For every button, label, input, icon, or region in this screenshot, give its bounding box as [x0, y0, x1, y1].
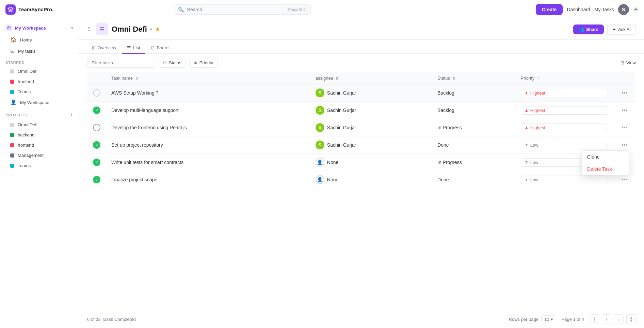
row-more-button[interactable]: ••• — [619, 175, 630, 184]
task-status-icon[interactable]: ✓ — [93, 176, 100, 183]
next-page-button[interactable]: › — [614, 314, 624, 324]
assignee-wrap: SSachin Gurjar — [316, 123, 426, 132]
first-page-button[interactable]: ⟪ — [590, 314, 599, 324]
th-priority[interactable]: Priority ⇅ — [515, 72, 613, 84]
sidebar-item-teams-starred[interactable]: Teams — [2, 87, 77, 97]
proj-teams-label: Teams — [18, 163, 31, 168]
page-star-icon[interactable]: ★ — [155, 26, 160, 33]
task-name-cell: Write unit tests for smart contracts — [106, 154, 310, 171]
task-actions-cell: ••• — [613, 102, 635, 119]
priority-label: Highest — [530, 91, 545, 96]
task-status-icon[interactable]: ✓ — [93, 141, 100, 149]
priority-badge[interactable]: ▼ Low — [521, 176, 608, 184]
workspace-header[interactable]: ⊞ My Workspace ▾ — [0, 22, 79, 34]
th-checkbox — [87, 72, 106, 84]
task-actions-cell: ••• — [613, 84, 635, 102]
sidebar-item-omni-defi-starred[interactable]: Omni Defi — [2, 66, 77, 76]
task-status-icon[interactable]: ✓ — [93, 159, 100, 166]
sidebar-item-frontend-proj[interactable]: frontend — [2, 140, 77, 150]
assignee-name: Sachin Gurjar — [327, 108, 356, 113]
sidebar-item-frontend-starred[interactable]: frontend — [2, 77, 77, 86]
task-status-icon[interactable]: ✓ — [93, 106, 100, 114]
priority-filter-button[interactable]: ⊕ Priority — [189, 58, 218, 68]
task-status-cell[interactable]: ✓ — [87, 171, 106, 188]
th-status[interactable]: Status ⇅ — [432, 72, 515, 84]
highest-priority-icon: ▲ — [525, 125, 529, 130]
task-assignee-cell: SSachin Gurjar — [310, 84, 432, 102]
teams-dot — [10, 90, 14, 94]
task-name-cell: Finalize project scope — [106, 171, 310, 188]
ask-ai-button[interactable]: ✦ Ask AI — [607, 24, 636, 35]
th-task-name[interactable]: Task name ⇅ — [106, 72, 310, 84]
tab-list[interactable]: ☰ List — [122, 43, 145, 54]
task-status-cell[interactable] — [87, 119, 106, 136]
task-status-text: In Progress — [437, 160, 462, 165]
priority-label: Highest — [530, 125, 545, 130]
add-project-button[interactable]: + — [70, 112, 73, 118]
sidebar-item-my-workspace-starred[interactable]: 👤 My Workspace — [2, 97, 77, 108]
dashboard-link[interactable]: Dashboard — [567, 7, 590, 12]
frontend-starred-label: frontend — [18, 79, 34, 84]
sort-priority-icon: ⇅ — [537, 77, 540, 80]
main-layout: ⊞ My Workspace ▾ 🏠 Home ☑ My tasks Starr… — [0, 19, 644, 328]
sort-status-icon: ⇅ — [453, 77, 455, 80]
task-status-cell[interactable]: ✓ — [87, 102, 106, 119]
content-area: ⠿ ☰ Omni Defi ▾ ★ 👥 Share ✦ Ask — [79, 19, 644, 328]
app-logo[interactable]: TeamSyncPro. — [5, 4, 60, 15]
view-label: View — [626, 60, 636, 65]
clone-menu-item[interactable]: Clone — [582, 151, 629, 163]
row-more-button[interactable]: ••• — [619, 141, 630, 149]
priority-label: Highest — [530, 108, 545, 113]
proj-omni-label: Omni Defi — [18, 122, 37, 127]
priority-badge[interactable]: ▲ Highest — [521, 106, 608, 115]
prev-page-button[interactable]: ‹ — [602, 314, 611, 324]
home-label: Home — [20, 37, 32, 43]
priority-badge[interactable]: ▼ Low — [521, 141, 608, 149]
row-more-button[interactable]: ••• — [619, 88, 630, 97]
task-status-cell[interactable]: ✓ — [87, 154, 106, 171]
status-filter-button[interactable]: ⊕ Status — [159, 58, 186, 68]
sidebar-item-my-tasks[interactable]: ☑ My tasks — [2, 46, 77, 56]
tab-board[interactable]: ⊟ Board — [146, 43, 173, 54]
task-status-text-cell: Done — [432, 136, 515, 154]
sidebar-item-teams-proj[interactable]: Teams — [2, 161, 77, 170]
th-assignee[interactable]: assignee ⇅ — [310, 72, 432, 84]
last-page-button[interactable]: ⟫ — [626, 314, 636, 324]
sidebar-item-backend[interactable]: backend — [2, 130, 77, 140]
task-status-cell[interactable]: ✓ — [87, 136, 106, 154]
sidebar-item-home[interactable]: 🏠 Home — [2, 34, 77, 45]
row-more-button[interactable]: ••• — [619, 123, 630, 132]
sidebar-item-omni-defi-proj[interactable]: Omni Defi — [2, 120, 77, 130]
task-status-text-cell: In Progress — [432, 119, 515, 136]
task-status-cell[interactable] — [87, 84, 106, 102]
table-row: AWS Setup Working ? SSachin Gurjar Backl… — [87, 84, 636, 102]
priority-label: Low — [530, 177, 538, 182]
filter-input[interactable] — [87, 58, 155, 68]
task-name: Set up project repository — [111, 142, 163, 148]
row-more-button[interactable]: ••• — [619, 106, 630, 114]
topnav-right: Create Dashboard My Tasks S ☀ — [536, 4, 639, 15]
task-status-icon[interactable] — [93, 124, 100, 131]
my-workspace-icon: 👤 — [10, 99, 17, 105]
settings-icon[interactable]: ☀ — [633, 6, 639, 13]
task-status-icon[interactable] — [93, 89, 100, 97]
table-header: Task name ⇅ assignee ⇅ Status ⇅ — [87, 72, 636, 84]
delete-task-menu-item[interactable]: Delete Task — [582, 163, 629, 175]
proj-management-label: Management — [18, 153, 44, 158]
priority-badge[interactable]: ▲ Highest — [521, 124, 608, 132]
share-button[interactable]: 👥 Share — [573, 24, 604, 34]
board-tab-icon: ⊟ — [151, 45, 155, 50]
priority-badge[interactable]: ▲ Highest — [521, 89, 608, 97]
rows-per-page-select[interactable]: 10 ▾ — [541, 315, 556, 323]
create-button[interactable]: Create — [536, 4, 563, 15]
page-title-chevron-icon[interactable]: ▾ — [150, 27, 152, 32]
omni-defi-dot — [10, 69, 14, 73]
view-button[interactable]: ⊟ View — [621, 60, 636, 65]
sidebar-item-management[interactable]: Management — [2, 150, 77, 160]
avatar[interactable]: S — [618, 4, 629, 15]
my-tasks-icon: ☑ — [10, 48, 15, 54]
my-tasks-link[interactable]: My Tasks — [594, 7, 614, 12]
table-row: ✓ Set up project repository SSachin Gurj… — [87, 136, 636, 154]
tab-overview[interactable]: ⊞ Overview — [87, 43, 121, 54]
assignee-name: Sachin Gurjar — [327, 90, 356, 96]
